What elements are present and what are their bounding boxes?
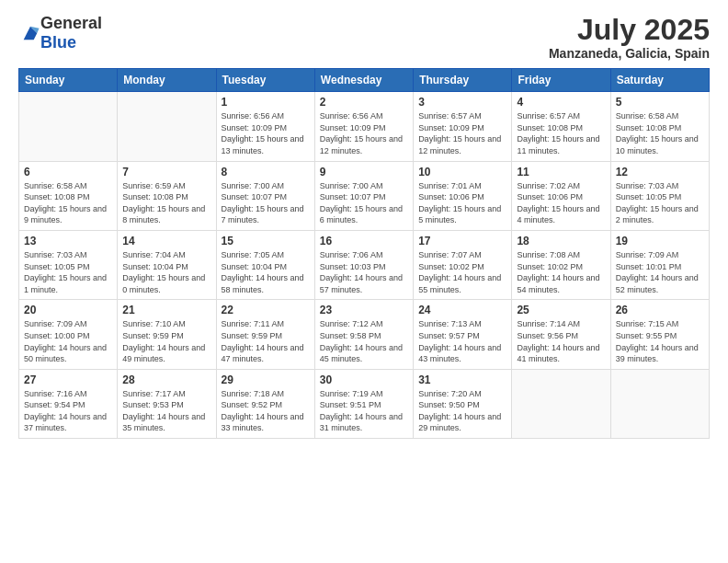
header-wednesday: Wednesday xyxy=(314,69,413,92)
logo: General Blue xyxy=(18,14,102,52)
header-saturday: Saturday xyxy=(610,69,709,92)
table-row: 9Sunrise: 7:00 AM Sunset: 10:07 PM Dayli… xyxy=(314,161,413,230)
table-row: 6Sunrise: 6:58 AM Sunset: 10:08 PM Dayli… xyxy=(19,161,118,230)
logo-blue: Blue xyxy=(40,33,76,52)
calendar-week-row: 27Sunrise: 7:16 AM Sunset: 9:54 PM Dayli… xyxy=(19,369,710,438)
day-number: 21 xyxy=(122,304,210,316)
table-row: 30Sunrise: 7:19 AM Sunset: 9:51 PM Dayli… xyxy=(314,369,413,438)
table-row: 1Sunrise: 6:56 AM Sunset: 10:09 PM Dayli… xyxy=(216,92,314,161)
day-number: 31 xyxy=(418,373,506,386)
day-number: 29 xyxy=(222,373,310,386)
day-number: 24 xyxy=(418,304,506,316)
header-friday: Friday xyxy=(512,69,610,92)
day-number: 30 xyxy=(320,373,408,386)
day-info: Sunrise: 7:16 AM Sunset: 9:54 PM Dayligh… xyxy=(24,388,112,434)
title-block: July 2025 Manzaneda, Galicia, Spain xyxy=(549,14,710,61)
day-info: Sunrise: 7:13 AM Sunset: 9:57 PM Dayligh… xyxy=(418,318,506,364)
table-row: 18Sunrise: 7:08 AM Sunset: 10:02 PM Dayl… xyxy=(512,230,610,299)
day-number: 1 xyxy=(222,96,310,109)
header-tuesday: Tuesday xyxy=(216,69,314,92)
table-row: 24Sunrise: 7:13 AM Sunset: 9:57 PM Dayli… xyxy=(414,300,512,369)
day-info: Sunrise: 6:59 AM Sunset: 10:08 PM Daylig… xyxy=(122,180,210,226)
day-info: Sunrise: 7:17 AM Sunset: 9:53 PM Dayligh… xyxy=(122,388,210,434)
day-number: 17 xyxy=(418,235,506,247)
table-row xyxy=(512,369,610,438)
page: General Blue July 2025 Manzaneda, Galici… xyxy=(0,0,728,563)
day-number: 20 xyxy=(24,304,112,316)
day-number: 7 xyxy=(122,166,210,178)
day-number: 3 xyxy=(418,96,506,109)
day-info: Sunrise: 7:06 AM Sunset: 10:03 PM Daylig… xyxy=(320,249,408,295)
table-row: 21Sunrise: 7:10 AM Sunset: 9:59 PM Dayli… xyxy=(118,300,216,369)
day-info: Sunrise: 7:19 AM Sunset: 9:51 PM Dayligh… xyxy=(320,388,408,434)
table-row: 22Sunrise: 7:11 AM Sunset: 9:59 PM Dayli… xyxy=(216,300,314,369)
table-row: 20Sunrise: 7:09 AM Sunset: 10:00 PM Dayl… xyxy=(19,300,118,369)
table-row: 29Sunrise: 7:18 AM Sunset: 9:52 PM Dayli… xyxy=(216,369,314,438)
day-info: Sunrise: 6:57 AM Sunset: 10:08 PM Daylig… xyxy=(517,110,605,156)
table-row: 15Sunrise: 7:05 AM Sunset: 10:04 PM Dayl… xyxy=(216,230,314,299)
day-number: 28 xyxy=(122,373,210,386)
day-info: Sunrise: 7:03 AM Sunset: 10:05 PM Daylig… xyxy=(616,180,704,226)
table-row: 16Sunrise: 7:06 AM Sunset: 10:03 PM Dayl… xyxy=(314,230,413,299)
day-info: Sunrise: 7:18 AM Sunset: 9:52 PM Dayligh… xyxy=(222,388,310,434)
logo-general: General xyxy=(40,14,102,32)
calendar-week-row: 13Sunrise: 7:03 AM Sunset: 10:05 PM Dayl… xyxy=(19,230,710,299)
location: Manzaneda, Galicia, Spain xyxy=(549,46,710,61)
month-year: July 2025 xyxy=(549,14,710,46)
day-info: Sunrise: 7:03 AM Sunset: 10:05 PM Daylig… xyxy=(24,249,112,295)
day-info: Sunrise: 7:11 AM Sunset: 9:59 PM Dayligh… xyxy=(222,318,310,364)
day-number: 9 xyxy=(320,166,408,178)
day-info: Sunrise: 7:09 AM Sunset: 10:00 PM Daylig… xyxy=(24,318,112,364)
day-info: Sunrise: 7:09 AM Sunset: 10:01 PM Daylig… xyxy=(616,249,704,295)
calendar-week-row: 1Sunrise: 6:56 AM Sunset: 10:09 PM Dayli… xyxy=(19,92,710,161)
table-row: 11Sunrise: 7:02 AM Sunset: 10:06 PM Dayl… xyxy=(512,161,610,230)
calendar: Sunday Monday Tuesday Wednesday Thursday… xyxy=(18,68,710,439)
table-row: 3Sunrise: 6:57 AM Sunset: 10:09 PM Dayli… xyxy=(414,92,512,161)
day-number: 26 xyxy=(616,304,704,316)
table-row: 5Sunrise: 6:58 AM Sunset: 10:08 PM Dayli… xyxy=(610,92,709,161)
day-info: Sunrise: 6:57 AM Sunset: 10:09 PM Daylig… xyxy=(418,110,506,156)
day-number: 8 xyxy=(222,166,310,178)
table-row: 17Sunrise: 7:07 AM Sunset: 10:02 PM Dayl… xyxy=(414,230,512,299)
logo-text: General Blue xyxy=(40,14,102,52)
day-number: 13 xyxy=(24,235,112,247)
table-row: 19Sunrise: 7:09 AM Sunset: 10:01 PM Dayl… xyxy=(610,230,709,299)
day-info: Sunrise: 7:20 AM Sunset: 9:50 PM Dayligh… xyxy=(418,388,506,434)
day-number: 12 xyxy=(616,166,704,178)
day-number: 19 xyxy=(616,235,704,247)
table-row: 31Sunrise: 7:20 AM Sunset: 9:50 PM Dayli… xyxy=(414,369,512,438)
header-monday: Monday xyxy=(118,69,216,92)
day-number: 16 xyxy=(320,235,408,247)
day-info: Sunrise: 7:05 AM Sunset: 10:04 PM Daylig… xyxy=(222,249,310,295)
table-row: 2Sunrise: 6:56 AM Sunset: 10:09 PM Dayli… xyxy=(314,92,413,161)
day-number: 6 xyxy=(24,166,112,178)
header-sunday: Sunday xyxy=(19,69,118,92)
day-number: 11 xyxy=(517,166,605,178)
day-number: 23 xyxy=(320,304,408,316)
day-number: 10 xyxy=(418,166,506,178)
day-number: 15 xyxy=(222,235,310,247)
day-info: Sunrise: 6:58 AM Sunset: 10:08 PM Daylig… xyxy=(616,110,704,156)
table-row xyxy=(610,369,709,438)
day-info: Sunrise: 7:00 AM Sunset: 10:07 PM Daylig… xyxy=(320,180,408,226)
table-row: 14Sunrise: 7:04 AM Sunset: 10:04 PM Dayl… xyxy=(118,230,216,299)
table-row: 12Sunrise: 7:03 AM Sunset: 10:05 PM Dayl… xyxy=(610,161,709,230)
day-info: Sunrise: 6:56 AM Sunset: 10:09 PM Daylig… xyxy=(320,110,408,156)
calendar-week-row: 20Sunrise: 7:09 AM Sunset: 10:00 PM Dayl… xyxy=(19,300,710,369)
header-thursday: Thursday xyxy=(414,69,512,92)
table-row: 28Sunrise: 7:17 AM Sunset: 9:53 PM Dayli… xyxy=(118,369,216,438)
table-row: 4Sunrise: 6:57 AM Sunset: 10:08 PM Dayli… xyxy=(512,92,610,161)
weekday-header-row: Sunday Monday Tuesday Wednesday Thursday… xyxy=(19,69,710,92)
table-row: 13Sunrise: 7:03 AM Sunset: 10:05 PM Dayl… xyxy=(19,230,118,299)
day-number: 25 xyxy=(517,304,605,316)
day-number: 2 xyxy=(320,96,408,109)
table-row: 7Sunrise: 6:59 AM Sunset: 10:08 PM Dayli… xyxy=(118,161,216,230)
day-info: Sunrise: 7:15 AM Sunset: 9:55 PM Dayligh… xyxy=(616,318,704,364)
day-info: Sunrise: 7:02 AM Sunset: 10:06 PM Daylig… xyxy=(517,180,605,226)
calendar-week-row: 6Sunrise: 6:58 AM Sunset: 10:08 PM Dayli… xyxy=(19,161,710,230)
day-info: Sunrise: 7:08 AM Sunset: 10:02 PM Daylig… xyxy=(517,249,605,295)
table-row: 8Sunrise: 7:00 AM Sunset: 10:07 PM Dayli… xyxy=(216,161,314,230)
table-row: 23Sunrise: 7:12 AM Sunset: 9:58 PM Dayli… xyxy=(314,300,413,369)
day-info: Sunrise: 7:10 AM Sunset: 9:59 PM Dayligh… xyxy=(122,318,210,364)
table-row: 10Sunrise: 7:01 AM Sunset: 10:06 PM Dayl… xyxy=(414,161,512,230)
